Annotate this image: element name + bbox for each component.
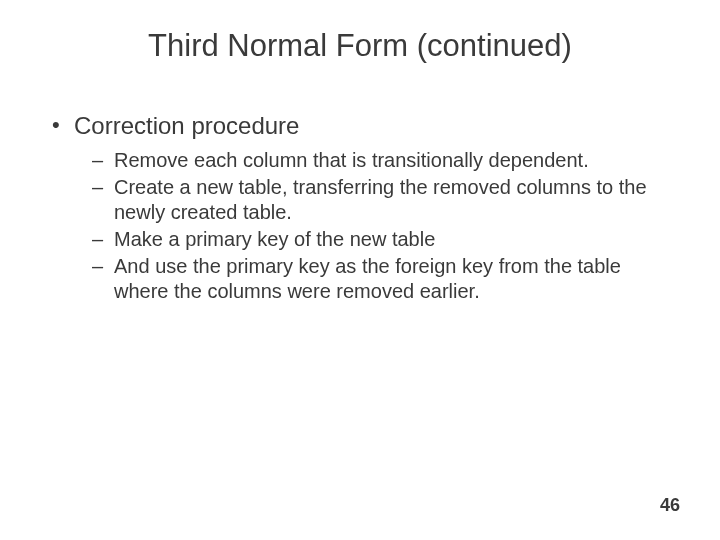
bullet-list-level2: Remove each column that is transitionall… <box>74 148 670 304</box>
level1-text: Correction procedure <box>74 112 299 139</box>
page-number: 46 <box>660 495 680 516</box>
slide: Third Normal Form (continued) Correction… <box>0 0 720 540</box>
bullet-list-level1: Correction procedure Remove each column … <box>50 112 670 304</box>
list-item: Correction procedure Remove each column … <box>50 112 670 304</box>
level2-text: And use the primary key as the foreign k… <box>114 255 621 302</box>
list-item: Make a primary key of the new table <box>92 227 670 252</box>
list-item: Create a new table, transferring the rem… <box>92 175 670 225</box>
slide-title: Third Normal Form (continued) <box>50 28 670 64</box>
list-item: Remove each column that is transitionall… <box>92 148 670 173</box>
level2-text: Create a new table, transferring the rem… <box>114 176 647 223</box>
level2-text: Make a primary key of the new table <box>114 228 435 250</box>
level2-text: Remove each column that is transitionall… <box>114 149 589 171</box>
list-item: And use the primary key as the foreign k… <box>92 254 670 304</box>
